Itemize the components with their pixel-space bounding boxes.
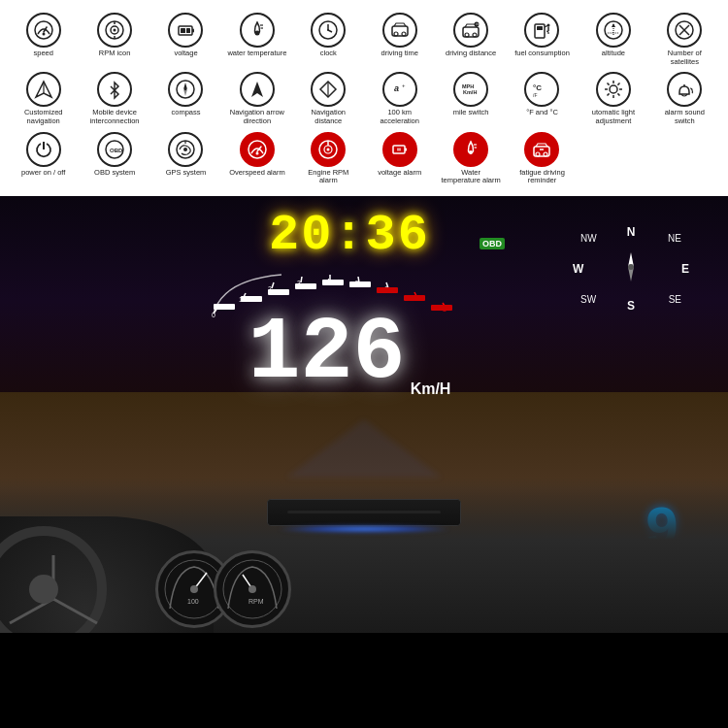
compass-label: compass	[171, 109, 200, 117]
satellites-label: Number of satellites	[654, 50, 714, 66]
hud-device	[267, 499, 461, 526]
icon-row-3: power on / off OBD OBD system	[8, 129, 720, 188]
voltage-alarm-icon	[382, 132, 417, 167]
hud-speed-display: 126	[248, 310, 406, 397]
svg-point-125	[190, 585, 198, 593]
voltage-icon	[168, 13, 203, 48]
icon-temp-unit: °C /F °F and °C	[507, 69, 578, 128]
svg-point-70	[183, 148, 187, 151]
svg-rect-28	[537, 26, 543, 30]
svg-rect-112	[322, 280, 344, 285]
compass-display: N S E W NE NW SE SW	[573, 225, 689, 322]
icon-driving-time: driving time	[364, 10, 435, 69]
svg-point-18	[327, 29, 329, 31]
svg-line-96	[301, 277, 302, 282]
svg-point-74	[255, 151, 258, 154]
icon-nav-arrow: Navigation arrow direction	[221, 69, 292, 128]
speed-block: 126 Km/H	[194, 314, 505, 397]
svg-line-94	[272, 282, 274, 288]
svg-line-63	[617, 83, 619, 85]
water-alarm-label: Water temperature alarm	[441, 169, 501, 185]
speed-icon	[26, 13, 61, 48]
svg-text:mi: mi	[476, 22, 479, 26]
icon-row-2: Customized navigation Mobile device inte…	[8, 69, 720, 128]
svg-text:/F: /F	[533, 92, 537, 98]
steering-wheel	[0, 526, 107, 633]
gauge-tachometer: RPM	[214, 550, 291, 628]
svg-rect-111	[295, 283, 316, 289]
svg-line-62	[617, 94, 619, 96]
obd-label: OBD system	[94, 169, 135, 178]
gps-system-label: GPS system	[166, 169, 207, 178]
svg-point-0	[35, 21, 52, 39]
svg-point-24	[473, 33, 477, 37]
custom-nav-label: Customized navigation	[14, 109, 74, 125]
obd-icon: OBD	[97, 132, 132, 167]
nav-distance-icon	[311, 72, 346, 107]
bluetooth-icon	[97, 72, 132, 107]
driving-distance-icon: mi	[453, 13, 488, 48]
icon-speed: speed	[8, 10, 79, 69]
compass-se: SE	[669, 294, 681, 305]
clock-icon	[311, 13, 346, 48]
mile-label: mile switch	[453, 109, 489, 117]
svg-point-5	[114, 29, 116, 32]
clock-label: clock	[320, 50, 337, 58]
hud-overlay: 20:36 OBD 0 1 2 3 4 5 6	[194, 211, 505, 397]
instrument-cluster: 100 RPM	[146, 536, 301, 633]
temp-unit-label: °F and °C	[526, 109, 558, 117]
icon-empty-2	[649, 129, 720, 188]
icon-mile: MPH Km/H mile switch	[435, 69, 506, 128]
power-icon	[26, 132, 61, 167]
svg-rect-116	[431, 305, 452, 311]
nav-arrow-icon	[240, 72, 275, 107]
svg-rect-79	[393, 146, 405, 153]
obd-badge: OBD	[480, 238, 505, 249]
icon-alarm: alarm sound switch	[649, 69, 720, 128]
icon-light: utomatic light adjustment	[578, 69, 648, 128]
icon-empty-1	[578, 129, 648, 188]
svg-text:°C: °C	[533, 83, 542, 92]
speed-label: speed	[33, 50, 52, 58]
light-label: utomatic light adjustment	[583, 109, 644, 125]
svg-rect-114	[377, 287, 398, 293]
svg-point-72	[248, 141, 266, 158]
icon-row-1: speed RPM icon	[8, 10, 720, 69]
svg-rect-109	[241, 296, 262, 302]
svg-point-14	[254, 31, 259, 36]
temp-unit-icon: °C /F	[524, 72, 559, 107]
svg-point-1	[42, 33, 45, 36]
driving-distance-label: driving distance	[446, 50, 496, 58]
svg-point-46	[184, 88, 186, 90]
compass-sw: SW	[580, 294, 596, 305]
icon-fuel: fuel consumption	[507, 10, 578, 69]
icon-satellites: Number of satellites	[649, 10, 720, 69]
water-temp-icon	[240, 13, 275, 48]
compass-w: W	[573, 262, 583, 276]
svg-line-64	[607, 94, 609, 96]
icon-nav-distance: Navigation distance	[293, 69, 364, 128]
icon-obd: OBD OBD system	[79, 129, 149, 188]
icon-voltage: voltage	[150, 10, 221, 69]
altitude-icon	[596, 13, 631, 48]
nav-distance-label: Navigation distance	[298, 109, 358, 125]
svg-point-21	[402, 32, 406, 36]
icon-gps-system: GPS system	[150, 129, 221, 188]
svg-rect-113	[349, 281, 371, 287]
altitude-label: altitude	[602, 50, 625, 58]
svg-point-20	[394, 32, 398, 36]
svg-line-121	[10, 599, 53, 623]
icon-bluetooth: Mobile device interconnection	[79, 69, 149, 128]
bluetooth-label: Mobile device interconnection	[84, 109, 145, 125]
custom-nav-icon	[26, 72, 61, 107]
fuel-label: fuel consumption	[514, 50, 570, 58]
gauge-svg-2: RPM	[218, 555, 286, 623]
svg-point-23	[465, 33, 469, 37]
compass-nw: NW	[580, 233, 597, 244]
svg-rect-11	[186, 28, 190, 33]
svg-marker-34	[612, 23, 615, 27]
overspeed-label: Overspeed alarm	[229, 169, 285, 178]
power-label: power on / off	[21, 169, 65, 178]
alarm-label: alarm sound switch	[654, 109, 714, 125]
compass-needle-svg	[612, 248, 650, 286]
